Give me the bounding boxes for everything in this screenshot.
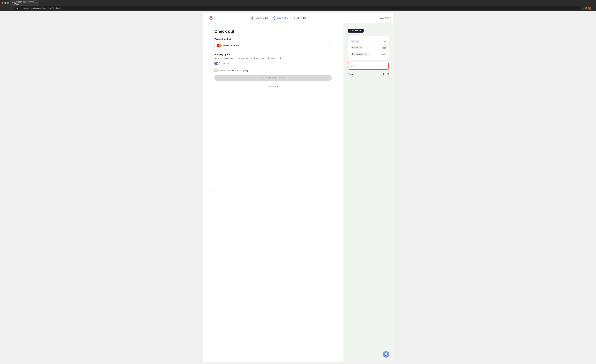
order-tag-50text: 50 Text bbox=[350, 40, 360, 43]
user-avatar[interactable]: U bbox=[588, 7, 591, 10]
tab-favicon: 🇺🇸 bbox=[12, 2, 14, 4]
autopay-description: Set up automatic, monthly payments for y… bbox=[214, 57, 332, 60]
forward-nav-button[interactable]: → bbox=[6, 7, 9, 10]
dot-3 bbox=[273, 86, 274, 87]
terms-link[interactable]: Terms bbox=[229, 69, 234, 72]
order-price-50text: $1.50 bbox=[381, 40, 386, 43]
url-text: app.usmobile.com/dashboard/app/activate/… bbox=[19, 7, 60, 9]
browser-chrome: 🇺🇸 Activation Checkout | US Mob... ✕ + ←… bbox=[0, 0, 596, 11]
autopay-section: Autopay option Set up automatic, monthly… bbox=[214, 53, 332, 65]
address-bar-area: ← → ↻ 🔒 app.usmobile.com/dashboard/app/a… bbox=[0, 6, 596, 11]
autopay-title: Autopay option bbox=[214, 53, 332, 56]
mc-circle-yellow bbox=[218, 44, 222, 47]
order-summary: 50 Text $1.50 Service Fee $2.00 Regulato… bbox=[348, 36, 389, 59]
payment-method-label: Payment method bbox=[214, 38, 332, 40]
sign-out-button[interactable]: SIGN OUT bbox=[379, 17, 389, 19]
terms-checkbox[interactable] bbox=[214, 69, 217, 72]
top-navigation: 2 ALL MY LINES + ADD A LINE ⚙ SETTINGS S… bbox=[203, 13, 393, 23]
nav-circle-lines: 2 bbox=[251, 16, 254, 20]
autopay-row: ✓ Autopay ON bbox=[214, 62, 332, 65]
order-item-text: 50 Text $1.50 bbox=[350, 38, 386, 45]
main-panel: ← Check out Payment method Mastercard - … bbox=[203, 23, 343, 362]
payment-select-left: Mastercard - 0436 bbox=[217, 44, 240, 47]
chat-icon: 💬 bbox=[384, 353, 387, 356]
order-item-service-fee: Service Fee $2.00 bbox=[350, 45, 386, 51]
dot-4 bbox=[275, 86, 276, 87]
pagination-dots bbox=[214, 86, 332, 87]
order-tag-regulatory: Regulatory Charge bbox=[350, 52, 369, 56]
tab-title: Activation Checkout | US Mob... bbox=[14, 1, 35, 5]
logo bbox=[207, 15, 215, 21]
add-a-line-label: ADD A LINE bbox=[277, 17, 288, 19]
payment-method-select[interactable]: Mastercard - 0436 ⇅ bbox=[214, 42, 332, 49]
privacy-policy-link[interactable]: Privacy policy bbox=[237, 69, 248, 72]
settings-icon: ⚙ bbox=[293, 16, 296, 20]
add-line-icon: + bbox=[273, 16, 276, 20]
minimize-traffic-light[interactable] bbox=[4, 2, 6, 4]
browser-nav-buttons: ← → ↻ bbox=[2, 7, 13, 10]
checkout-title: Check out bbox=[214, 29, 332, 34]
settings-label: SETTINGS bbox=[297, 17, 306, 19]
url-bar[interactable]: 🔒 app.usmobile.com/dashboard/app/activat… bbox=[14, 7, 581, 10]
extensions-button[interactable]: 🧩 bbox=[585, 7, 587, 9]
code-plus-icon: + bbox=[384, 64, 386, 67]
close-traffic-light[interactable] bbox=[2, 2, 4, 4]
new-tab-button[interactable]: + bbox=[40, 2, 42, 4]
reload-button[interactable]: ↻ bbox=[10, 7, 13, 10]
page-container: 2 ALL MY LINES + ADD A LINE ⚙ SETTINGS S… bbox=[203, 13, 393, 362]
browser-tabs: 🇺🇸 Activation Checkout | US Mob... ✕ + bbox=[10, 0, 594, 6]
us-mobile-logo bbox=[207, 15, 215, 21]
payment-card-name: Mastercard - 0436 bbox=[223, 44, 240, 47]
order-price-regulatory: $0.98 bbox=[381, 53, 386, 55]
bookmark-button[interactable]: ☆ bbox=[582, 7, 584, 9]
dot-1 bbox=[268, 86, 269, 87]
terms-row: Agree to the Terms & Privacy policy bbox=[214, 69, 332, 72]
back-button[interactable]: ← bbox=[206, 190, 211, 195]
autopay-toggle[interactable]: ✓ bbox=[214, 62, 220, 65]
traffic-lights bbox=[2, 2, 9, 4]
nav-settings[interactable]: ⚙ SETTINGS bbox=[293, 16, 306, 20]
toggle-knob: ✓ bbox=[217, 62, 220, 65]
tab-close-button[interactable]: ✕ bbox=[36, 2, 37, 4]
toggle-check-icon: ✓ bbox=[218, 63, 219, 64]
activate-line-button[interactable]: ACTIVATE LINE • $4.48 bbox=[214, 75, 332, 81]
code-placeholder-text: Code bbox=[351, 65, 356, 67]
autopay-label: Autopay ON bbox=[222, 62, 233, 65]
page-wrapper: 2 ALL MY LINES + ADD A LINE ⚙ SETTINGS S… bbox=[0, 11, 596, 364]
browser-action-buttons: ☆ 🧩 U ⋮ bbox=[582, 7, 594, 10]
nav-add-a-line[interactable]: + ADD A LINE bbox=[273, 16, 288, 20]
all-my-lines-label: ALL MY LINES bbox=[256, 17, 268, 19]
terms-text: Agree to the Terms & Privacy policy bbox=[218, 69, 248, 72]
order-tag-service-fee: Service Fee bbox=[350, 46, 363, 49]
chat-button[interactable]: 💬 bbox=[383, 351, 389, 357]
nav-all-my-lines[interactable]: 2 ALL MY LINES bbox=[251, 16, 268, 20]
right-panel: ACTIVATION 50 Text $1.50 Service Fee $2.… bbox=[343, 23, 393, 362]
mastercard-icon bbox=[217, 44, 222, 47]
dot-5-active bbox=[276, 86, 278, 87]
chevron-updown-icon: ⇅ bbox=[328, 44, 329, 47]
activation-badge: ACTIVATION bbox=[348, 29, 364, 33]
total-row: Total $4.48 bbox=[348, 73, 389, 75]
back-nav-button[interactable]: ← bbox=[2, 7, 5, 10]
order-item-regulatory: Regulatory Charge $0.98 bbox=[350, 51, 386, 57]
lock-icon: 🔒 bbox=[16, 7, 18, 9]
total-value: $4.48 bbox=[383, 73, 389, 75]
menu-button[interactable]: ⋮ bbox=[592, 7, 594, 9]
dot-2 bbox=[270, 86, 272, 87]
nav-links: 2 ALL MY LINES + ADD A LINE ⚙ SETTINGS bbox=[251, 16, 306, 20]
active-tab[interactable]: 🇺🇸 Activation Checkout | US Mob... ✕ bbox=[10, 0, 39, 6]
svg-point-0 bbox=[211, 16, 211, 16]
total-label: Total bbox=[348, 73, 353, 75]
promo-code-input[interactable]: Code + bbox=[348, 62, 389, 70]
content-area: ← Check out Payment method Mastercard - … bbox=[203, 23, 393, 362]
order-price-service-fee: $2.00 bbox=[381, 47, 386, 49]
maximize-traffic-light[interactable] bbox=[7, 2, 9, 4]
